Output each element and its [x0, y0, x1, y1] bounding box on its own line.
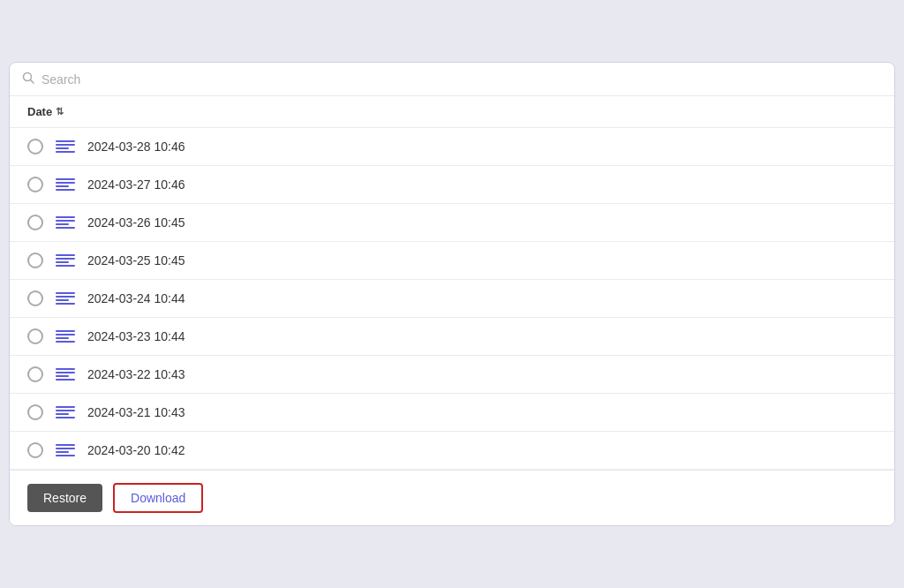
- footer: Restore Download: [10, 470, 894, 525]
- row-date: 2024-03-26 10:45: [87, 215, 185, 230]
- row-radio-4[interactable]: [27, 290, 43, 306]
- table-row[interactable]: 2024-03-26 10:45: [10, 204, 894, 242]
- table-header: Date ⇅: [10, 96, 894, 128]
- search-input[interactable]: [41, 72, 882, 87]
- table-container: Date ⇅ 2024-03-28 10:46 2024-03-2: [10, 96, 894, 470]
- file-icon: [56, 328, 75, 344]
- row-date: 2024-03-22 10:43: [87, 367, 185, 381]
- restore-button[interactable]: Restore: [27, 484, 102, 512]
- row-date: 2024-03-24 10:44: [87, 291, 185, 305]
- table-row[interactable]: 2024-03-25 10:45: [10, 242, 894, 280]
- table-row[interactable]: 2024-03-24 10:44: [10, 280, 894, 318]
- search-bar: [10, 63, 894, 96]
- file-icon: [56, 253, 75, 268]
- row-date: 2024-03-25 10:45: [87, 253, 185, 268]
- file-icon: [56, 366, 75, 382]
- row-radio-8[interactable]: [27, 442, 43, 458]
- main-window: Date ⇅ 2024-03-28 10:46 2024-03-2: [9, 62, 895, 526]
- row-radio-5[interactable]: [27, 328, 43, 344]
- table-row[interactable]: 2024-03-28 10:46: [10, 128, 894, 166]
- date-column-header[interactable]: Date ⇅: [27, 105, 64, 118]
- row-radio-0[interactable]: [27, 139, 43, 155]
- table-row[interactable]: 2024-03-21 10:43: [10, 394, 894, 432]
- file-icon: [56, 442, 75, 458]
- table-body: 2024-03-28 10:46 2024-03-27 10:46 2024-0…: [10, 128, 894, 470]
- row-date: 2024-03-28 10:46: [87, 139, 185, 154]
- row-date: 2024-03-23 10:44: [87, 329, 185, 343]
- file-icon: [56, 404, 75, 420]
- sort-icon: ⇅: [56, 106, 64, 117]
- download-button[interactable]: Download: [113, 483, 203, 513]
- table-row[interactable]: 2024-03-27 10:46: [10, 166, 894, 204]
- file-icon: [56, 177, 75, 192]
- row-radio-7[interactable]: [27, 404, 43, 420]
- file-icon: [56, 215, 75, 230]
- file-icon: [56, 139, 75, 155]
- row-date: 2024-03-20 10:42: [87, 443, 185, 457]
- row-date: 2024-03-27 10:46: [87, 177, 185, 192]
- row-radio-2[interactable]: [27, 215, 43, 230]
- row-date: 2024-03-21 10:43: [87, 405, 185, 419]
- row-radio-6[interactable]: [27, 366, 43, 382]
- row-radio-1[interactable]: [27, 177, 43, 192]
- table-row[interactable]: 2024-03-23 10:44: [10, 318, 894, 356]
- row-radio-3[interactable]: [27, 253, 43, 268]
- table-row[interactable]: 2024-03-20 10:42: [10, 432, 894, 470]
- date-column-label: Date: [27, 105, 52, 118]
- file-icon: [56, 290, 75, 306]
- svg-line-1: [31, 80, 34, 84]
- search-icon: [22, 72, 34, 87]
- table-row[interactable]: 2024-03-22 10:43: [10, 356, 894, 394]
